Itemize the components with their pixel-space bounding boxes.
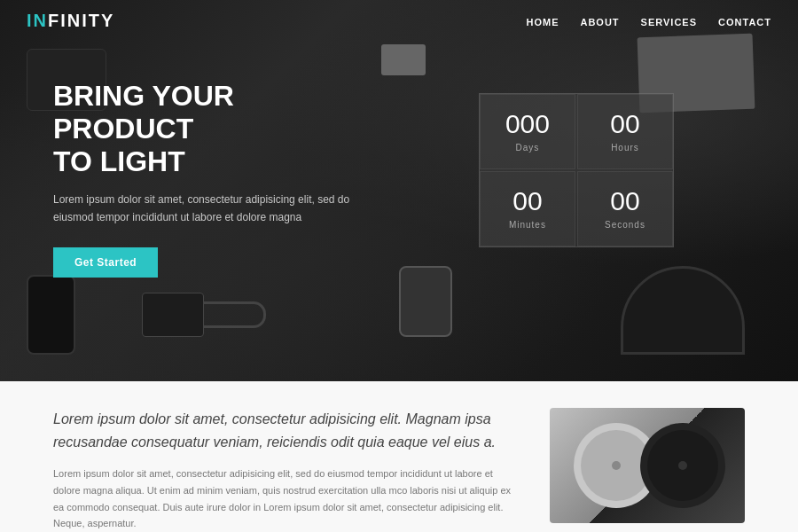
nav-item-home[interactable]: HOME (526, 13, 559, 29)
nav-link-about[interactable]: ABOUT (580, 17, 619, 27)
brand-suffix: FINITY (48, 11, 114, 30)
nav-item-contact[interactable]: CONTACT (718, 13, 771, 29)
brand-logo[interactable]: INFINITY (27, 11, 114, 31)
countdown-minutes-value: 00 (505, 188, 550, 215)
countdown-minutes-label: Minutes (505, 220, 550, 230)
countdown-seconds-value: 00 (603, 188, 647, 215)
countdown-widget: 000 Days 00 Hours 00 Minutes 00 Seconds (479, 93, 674, 247)
svg-point-5 (678, 461, 687, 470)
countdown-hours-value: 00 (603, 111, 647, 137)
nav-link-contact[interactable]: CONTACT (718, 17, 771, 27)
nav-item-about[interactable]: ABOUT (580, 13, 619, 29)
product-phone (27, 275, 75, 355)
countdown-days-label: Days (505, 143, 550, 153)
brand-prefix: IN (27, 11, 48, 30)
below-fold-text: Lorem ipsum dolor sit amet, consectetur … (53, 408, 514, 532)
countdown-hours-label: Hours (603, 143, 647, 153)
countdown-minutes: 00 Minutes (480, 171, 575, 246)
below-italic-text: Lorem ipsum dolor sit amet, consectetur … (53, 408, 514, 453)
hero-title-line1: BRING YOUR PRODUCT (53, 80, 234, 145)
countdown-seconds-label: Seconds (603, 220, 647, 230)
hero-section: BRING YOUR PRODUCT TO LIGHT Lorem ipsum … (0, 0, 798, 381)
navbar: INFINITY HOME ABOUT SERVICES CONTACT (0, 0, 798, 42)
countdown-days-value: 000 (505, 111, 550, 137)
nav-link-home[interactable]: HOME (526, 17, 559, 27)
nav-item-services[interactable]: SERVICES (641, 13, 697, 29)
product-card (142, 293, 204, 337)
countdown-days: 000 Days (480, 94, 575, 169)
product-image-svg (559, 412, 736, 519)
product-bow-tie (381, 44, 426, 75)
get-started-button[interactable]: Get Started (53, 247, 158, 278)
hero-subtitle: Lorem ipsum dolor sit amet, consectetur … (53, 192, 372, 225)
hero-title-line2: TO LIGHT (53, 145, 185, 177)
below-fold-section: Lorem ipsum dolor sit amet, consectetur … (0, 381, 798, 532)
countdown-seconds: 00 Seconds (577, 171, 673, 246)
nav-link-services[interactable]: SERVICES (641, 17, 697, 27)
countdown-hours: 00 Hours (577, 94, 673, 169)
hero-content: BRING YOUR PRODUCT TO LIGHT Lorem ipsum … (53, 80, 372, 278)
below-paragraph-text: Lorem ipsum dolor sit amet, consectetur … (53, 466, 514, 532)
product-watch (399, 266, 452, 337)
svg-point-2 (612, 461, 621, 470)
hero-title: BRING YOUR PRODUCT TO LIGHT (53, 80, 372, 177)
nav-menu: HOME ABOUT SERVICES CONTACT (526, 13, 771, 29)
below-fold-image (550, 408, 745, 523)
